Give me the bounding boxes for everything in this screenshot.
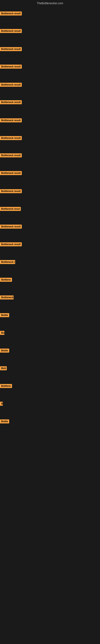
bottleneck-badge: Bottlene (0, 384, 12, 388)
bottleneck-badge: Bottlene (0, 278, 12, 282)
bottleneck-item: Bottle (0, 420, 9, 424)
bottleneck-item: Bottleneck (0, 296, 14, 300)
bottleneck-item: Bottleneck result (0, 224, 22, 230)
bottleneck-badge: Bottleneck r (0, 260, 15, 264)
bottleneck-badge: Bottleneck (0, 296, 14, 300)
bottleneck-badge: Bottleneck result (0, 136, 22, 140)
site-title: TheBottlenecker.com (0, 0, 100, 6)
bottleneck-badge: Bottleneck result (0, 242, 22, 246)
bottleneck-item: Bott (0, 366, 7, 371)
bottleneck-badge: Bottleneck result (0, 171, 22, 175)
bottleneck-item: Bottleneck r (0, 260, 15, 265)
bottleneck-badge: Bottleneck result (0, 224, 22, 228)
bottleneck-badge: Bottleneck result (0, 189, 22, 193)
bottleneck-badge: Bottleneck result (0, 153, 22, 158)
bottleneck-badge: Bott (0, 366, 7, 370)
bottleneck-badge: Bottleneck result (0, 64, 22, 69)
bottleneck-badge: Bottleneck result (0, 12, 22, 16)
bottleneck-badge: Bo (0, 331, 4, 335)
bottleneck-item: Bo (0, 331, 4, 336)
bottleneck-item: Bottleneck result (0, 153, 22, 158)
bottleneck-item: Bottleneck result (0, 64, 22, 70)
bottleneck-item: Bottleneck result (0, 100, 22, 105)
bottleneck-item: Bottle (0, 348, 9, 354)
bottleneck-item: Bottleneck result (0, 118, 22, 123)
bottleneck-badge: B (0, 402, 3, 406)
bottleneck-item: B (0, 402, 3, 406)
bottleneck-item: Bottlene (0, 278, 12, 282)
bottleneck-badge: Bottleneck result (0, 118, 22, 122)
bottleneck-item: Bottleneck result (0, 29, 22, 34)
bottleneck-badge: Bottleneck result (0, 100, 22, 104)
bottleneck-badge: Bottleneck result (0, 83, 22, 87)
bottleneck-item: Bottleneck result (0, 83, 22, 88)
bottleneck-badge: Bottleneck result (0, 47, 22, 51)
bottleneck-item: Bottle (0, 313, 9, 318)
bottleneck-item: Bottleneck result (0, 136, 22, 141)
bottleneck-badge: Bottleneck result (0, 29, 22, 33)
bottleneck-item: Bottleneck result (0, 189, 22, 194)
bottleneck-badge: Bottle (0, 348, 9, 352)
bottleneck-item: Bottleneck result (0, 171, 22, 176)
bottleneck-item: Bottlene (0, 384, 12, 389)
bottleneck-item: Bottleneck result (0, 12, 22, 16)
bottleneck-item: Bottleneck resul (0, 207, 21, 212)
bottleneck-badge: Bottle (0, 313, 9, 317)
bottleneck-item: Bottleneck result (0, 242, 22, 247)
bottleneck-badge: Bottle (0, 420, 9, 424)
bottleneck-item: Bottleneck result (0, 47, 22, 52)
bottleneck-badge: Bottleneck resul (0, 207, 21, 211)
